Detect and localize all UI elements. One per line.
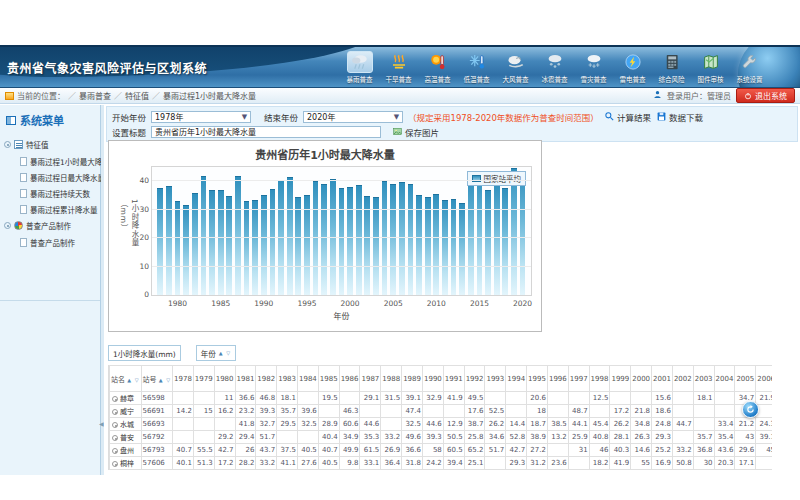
- year-column-header[interactable]: 1979: [193, 366, 214, 392]
- tree-item[interactable]: 暴雨过程持续天数: [4, 185, 100, 201]
- year-column-header[interactable]: 2006: [756, 366, 772, 392]
- tree-expand-icon[interactable]: [4, 222, 11, 229]
- bar-slot: [329, 167, 338, 295]
- end-year-select[interactable]: 2020年▼: [303, 111, 403, 123]
- nav-low-temp[interactable]: 低温普查: [457, 51, 496, 84]
- value-cell: [547, 392, 568, 405]
- tree-group-普查产品制作[interactable]: 普查产品制作: [4, 217, 100, 234]
- year-column-header[interactable]: 1988: [381, 366, 402, 392]
- year-column-header[interactable]: 1981: [235, 366, 256, 392]
- station-name-cell[interactable]: 盘州: [110, 444, 142, 457]
- year-column-header[interactable]: 1998: [589, 366, 610, 392]
- sort-icons[interactable]: ▲ ▽: [159, 377, 171, 383]
- station-name-cell[interactable]: 桐梓: [110, 457, 142, 470]
- value-cell: 17.1: [735, 457, 756, 470]
- year-column-header[interactable]: 1994: [506, 366, 527, 392]
- year-column-header[interactable]: 2004: [714, 366, 735, 392]
- nav-drought[interactable]: 干旱普查: [379, 51, 418, 84]
- year-column-header[interactable]: 1980: [214, 366, 235, 392]
- station-name-cell[interactable]: 赫章: [110, 392, 142, 405]
- logout-button[interactable]: 退出系统: [736, 88, 795, 103]
- nav-hail[interactable]: 冰雹普查: [535, 51, 574, 84]
- bar-slot: [208, 167, 217, 295]
- breadcrumb-item[interactable]: 暴雨过程1小时最大降水量: [163, 92, 256, 101]
- value-cell: 25.2: [652, 444, 673, 457]
- save-image-button[interactable]: 保存图片: [392, 126, 439, 138]
- value-cell: 15.6: [652, 392, 673, 405]
- start-year-select[interactable]: 1978年▼: [151, 111, 251, 123]
- year-column-header[interactable]: 1997: [568, 366, 589, 392]
- sort-icons[interactable]: ▲ ▽: [127, 377, 139, 383]
- nav-composite-risk[interactable]: 综合风险: [652, 51, 691, 84]
- year-column-header[interactable]: 2003: [693, 366, 714, 392]
- download-button[interactable]: 数据下载: [656, 111, 703, 123]
- year-column-header[interactable]: 1985: [318, 366, 339, 392]
- chart-title-input[interactable]: [151, 126, 381, 138]
- station-name-header[interactable]: 站名 ▲ ▽: [110, 366, 142, 392]
- station-name-cell[interactable]: 水城: [110, 418, 142, 431]
- year-column-header[interactable]: 2001: [652, 366, 673, 392]
- nav-lightning[interactable]: 雷电普查: [613, 51, 652, 84]
- station-name-cell[interactable]: 威宁: [110, 405, 142, 418]
- end-year-label: 结束年份: [264, 111, 298, 123]
- year-column-header[interactable]: 1989: [402, 366, 423, 392]
- x-tick-label: 2020: [513, 299, 532, 308]
- year-column-header[interactable]: 1984: [298, 366, 319, 392]
- row-radio-button[interactable]: [112, 409, 118, 415]
- table-scroll-region[interactable]: 站名 ▲ ▽站号 ▲ ▽1978197919801981198219831984…: [108, 365, 772, 470]
- row-radio-button[interactable]: [112, 461, 118, 467]
- tree-group-特征值[interactable]: 特征值: [4, 136, 100, 153]
- nav-wind[interactable]: 大风普查: [496, 51, 535, 84]
- nav-map-review[interactable]: 图件审核: [691, 51, 730, 84]
- year-column-header[interactable]: 1978: [173, 366, 194, 392]
- year-column-header[interactable]: 1982: [256, 366, 277, 392]
- sort-icons[interactable]: ▲ ▽: [219, 350, 231, 356]
- tree-item-label: 暴雨过程累计降水量: [30, 204, 98, 215]
- floating-refresh-icon[interactable]: [742, 401, 759, 418]
- nav-snow[interactable]: 雪灾普查: [574, 51, 613, 84]
- row-radio-button[interactable]: [112, 448, 118, 454]
- year-column-header[interactable]: 2002: [672, 366, 693, 392]
- station-name-cell[interactable]: 普安: [110, 431, 142, 444]
- tree-item[interactable]: 普查产品制作: [4, 234, 100, 250]
- nav-high-temp[interactable]: 高温普查: [418, 51, 457, 84]
- tree-expand-icon[interactable]: [4, 141, 11, 148]
- row-radio-button[interactable]: [112, 422, 118, 428]
- year-column-header[interactable]: 1995: [527, 366, 548, 392]
- year-column-header[interactable]: 1990: [422, 366, 443, 392]
- bar-slot: 1995: [303, 167, 312, 295]
- year-column-header[interactable]: 1992: [464, 366, 485, 392]
- year-column-header[interactable]: 2000: [631, 366, 652, 392]
- value-cell: [443, 405, 464, 418]
- year-column-header[interactable]: 1996: [547, 366, 568, 392]
- bar-1981: [183, 205, 189, 295]
- breadcrumb-item[interactable]: 暴雨普查: [79, 92, 111, 101]
- bar-slot: [441, 167, 450, 295]
- year-column-header[interactable]: 1987: [360, 366, 381, 392]
- nav-rainstorm[interactable]: 暴雨普查: [340, 51, 379, 84]
- nav-settings[interactable]: 系统设置: [730, 51, 769, 84]
- year-column-header[interactable]: 1991: [443, 366, 464, 392]
- bar-1994: [295, 197, 301, 295]
- calculate-button[interactable]: 计算结果: [604, 111, 651, 123]
- year-column-header[interactable]: 2005: [735, 366, 756, 392]
- station-id-header[interactable]: 站号 ▲ ▽: [141, 366, 173, 392]
- chevron-down-icon: ▼: [394, 113, 399, 121]
- collapse-arrow-icon[interactable]: ◀: [99, 420, 104, 427]
- tree-item[interactable]: 暴雨过程累计降水量: [4, 201, 100, 217]
- row-radio-button[interactable]: [112, 435, 118, 441]
- nav-item-label: 低温普查: [464, 74, 490, 84]
- chevron-down-icon: ▼: [242, 113, 247, 121]
- row-radio-button[interactable]: [112, 396, 118, 402]
- value-cell: 51.3: [193, 457, 214, 470]
- year-sort-header[interactable]: 年份 ▲ ▽: [196, 345, 236, 361]
- bar-1978: [157, 188, 163, 295]
- year-column-header[interactable]: 1983: [277, 366, 298, 392]
- tree-item[interactable]: 暴雨过程1小时最大降水量: [4, 153, 100, 169]
- year-column-header[interactable]: 1999: [610, 366, 631, 392]
- year-column-header[interactable]: 1993: [485, 366, 506, 392]
- value-cell: 45: [756, 444, 772, 457]
- year-column-header[interactable]: 1986: [339, 366, 360, 392]
- breadcrumb-item[interactable]: 特征值: [125, 92, 149, 101]
- tree-item[interactable]: 暴雨过程日最大降水量: [4, 169, 100, 185]
